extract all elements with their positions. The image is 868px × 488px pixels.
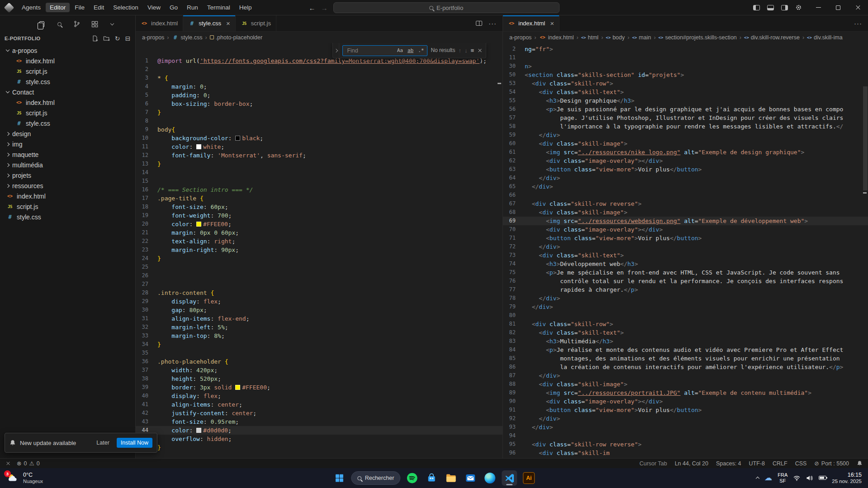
close-tab-icon[interactable]: × [226,20,230,27]
minimize-button[interactable] [808,0,828,15]
code-line[interactable]: 92 </div> [503,414,868,423]
breadcrumb-item[interactable]: .photo-placeholder [210,34,263,41]
code-line[interactable]: 68 <div class="skill-image"> [503,208,868,217]
code-line[interactable]: 24} [136,254,503,263]
status-line-col[interactable]: Ln 44, Col 20 [675,460,708,467]
more-actions-icon[interactable]: ··· [854,19,862,27]
source-control-icon[interactable] [72,19,81,28]
code-line[interactable]: 25 [136,263,503,271]
taskbar-search[interactable]: Rechercher [351,471,401,485]
next-match-icon[interactable]: ↓ [465,46,468,55]
code-line[interactable]: 78 </div> [503,294,868,303]
code-line[interactable]: 66 [503,191,868,199]
code-line[interactable]: 81 <div class="skill-row"> [503,320,868,328]
split-editor-icon[interactable] [476,21,482,26]
code-line[interactable]: 2 [136,65,503,74]
code-line[interactable]: 65 </div> [503,182,868,191]
collapse-all-icon[interactable]: ⊟ [125,35,131,42]
code-line[interactable]: 62 <div class="image-overlay"></div> [503,156,868,165]
extensions-icon[interactable] [90,19,99,28]
remote-indicator[interactable] [5,461,11,466]
code-line[interactable]: 94 [503,431,868,440]
menu-item-file[interactable]: File [71,3,89,12]
clock[interactable]: 16:15 25 nov. 2025 [832,472,862,485]
code-line[interactable]: 67 <div class="skill-row reverse"> [503,199,868,208]
chevron-down-icon[interactable] [108,19,117,28]
breadcrumb-item[interactable]: <>html [581,34,598,41]
tab-index.html[interactable]: <>index.html [136,15,183,31]
code-line[interactable]: 77 rapides à charger.</p> [503,285,868,294]
code-line[interactable]: 86 la création de contenus interactifs p… [503,363,868,371]
tree-item-index.html[interactable]: <>index.html [0,191,135,201]
code-line[interactable]: 46} [136,443,503,452]
file-explorer-icon[interactable] [443,470,459,486]
code-line[interactable]: 83 <h3>Multimédia</h3> [503,337,868,346]
code-line[interactable]: 61 <img src="../ressources/nike logo.png… [503,148,868,156]
code-line[interactable]: 11 [503,53,868,62]
code-line[interactable]: 5 padding: 0; [136,91,503,99]
breadcrumb-item[interactable]: a-propos [509,34,531,41]
code-line[interactable]: 18 font-size: 60px; [136,203,503,211]
code-line[interactable]: 56 <p>Je suis passionné par le design gr… [503,105,868,114]
code-editor-css[interactable]: Aa ab .* No results ↑ ↓ ≡ 1@import url('… [136,43,503,458]
find-text-field[interactable] [346,47,394,54]
code-line[interactable]: 45 overflow: hidden; [136,435,503,443]
menu-item-editor[interactable]: Editor [46,3,70,12]
code-line[interactable]: 26 [136,271,503,280]
code-line[interactable]: 85 montages, des animations et des éléme… [503,354,868,363]
code-line[interactable]: 32 margin-left: 5%; [136,323,503,332]
code-line[interactable]: 91 <button class="view-more">Voir plus</… [503,406,868,414]
breadcrumb-item[interactable]: <>body [606,34,625,41]
tree-item-projets[interactable]: projets [0,170,135,180]
code-line[interactable]: 89 <img src="../ressources/portrait1.JPG… [503,389,868,397]
code-line[interactable]: 70 <div class="image-overlay"></div> [503,225,868,234]
code-line[interactable]: 35 [136,349,503,357]
code-line[interactable]: 95 <div class="skill-row reverse"> [503,440,868,449]
breadcrumb-item[interactable]: #style.css [172,34,203,41]
later-button[interactable]: Later [93,438,113,447]
notifications-bell-icon[interactable] [857,460,863,466]
widgets-weather-button[interactable]: 3 0°C Nuageux [0,472,43,484]
command-center-search[interactable]: E-portfolio [333,2,560,13]
status-eol[interactable]: CRLF [773,460,787,467]
tab-index.html[interactable]: <>index.html× [503,15,560,31]
code-line[interactable]: 87 </div> [503,371,868,380]
code-line[interactable]: 96 <div class="skill-im [503,449,868,457]
settings-gear-icon[interactable] [795,4,802,11]
status-spaces[interactable]: Spaces: 4 [716,460,741,467]
code-line[interactable]: 39 border: 3px solid #FFEE00; [136,383,503,392]
code-line[interactable]: 44 color: #d0d0d0; [136,426,503,435]
illustrator-icon[interactable]: Ai [521,470,536,486]
breadcrumb-item[interactable]: <>index.html [539,34,574,41]
tree-item-style.css[interactable]: #style.css [0,212,135,222]
code-line[interactable]: 16/* === Section intro === */ [136,185,503,194]
code-line[interactable]: 28.intro-content { [136,289,503,297]
code-line[interactable]: 20 color: #FFEE00; [136,220,503,228]
code-line[interactable]: 38 height: 520px; [136,374,503,383]
menu-item-go[interactable]: Go [166,3,182,12]
code-line[interactable]: 19 font-weight: 700; [136,211,503,220]
tray-chevron-up-icon[interactable] [756,477,759,480]
code-line[interactable]: 42 justify-content: center; [136,409,503,417]
code-editor-html[interactable]: 2ng="fr">1130n>50<section class="skills-… [503,43,868,458]
start-button[interactable] [332,470,347,486]
menu-item-help[interactable]: Help [235,3,256,12]
code-line[interactable]: 43 font-size: 0.95rem; [136,417,503,426]
volume-icon[interactable] [806,475,813,481]
code-line[interactable]: 4 margin: 0; [136,82,503,91]
status-language[interactable]: CSS [795,460,807,467]
toggle-secondary-sidebar-icon[interactable] [781,5,788,10]
code-line[interactable]: 22 text-align: right; [136,237,503,246]
status-cursor-tab[interactable]: Cursor Tab [640,460,667,467]
code-line[interactable]: 30 gap: 80px; [136,306,503,314]
new-folder-icon[interactable] [103,35,110,42]
toggle-panel-icon[interactable] [767,5,774,10]
code-line[interactable]: 93 </div> [503,423,868,431]
code-line[interactable]: 88 <div class="skill-image"> [503,380,868,389]
tree-item-img[interactable]: img [0,139,135,149]
code-line[interactable]: 33 margin-top: 8%; [136,332,503,340]
battery-icon[interactable] [819,476,826,480]
scrollbar-thumb[interactable] [863,86,868,190]
tree-item-script.js[interactable]: JSscript.js [0,201,135,212]
code-line[interactable]: 54 <div class="skill-text"> [503,88,868,96]
